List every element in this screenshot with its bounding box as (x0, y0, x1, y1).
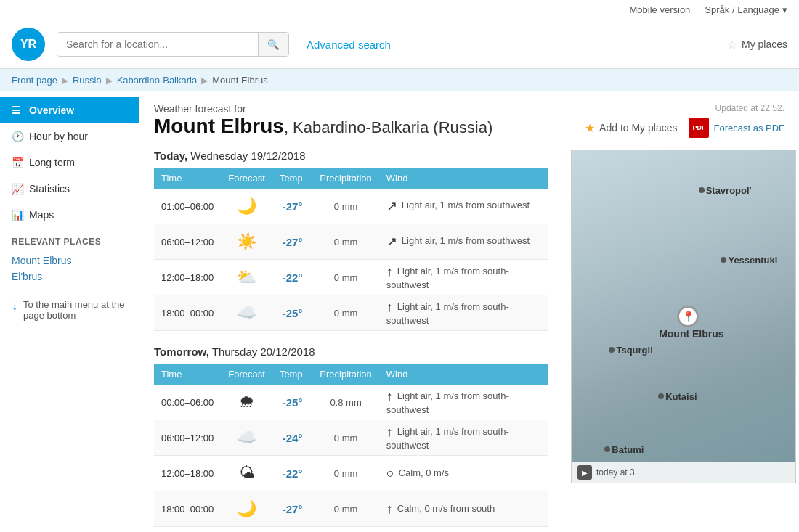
col-temp-t: Temp. (272, 364, 312, 385)
map-container[interactable]: Stavropol'Yessentuki📍Mount ElbrusTsqurgl… (571, 150, 796, 483)
map-dot (721, 257, 726, 263)
today-header: Today, Wednesday 19/12/2018 (154, 150, 548, 162)
temp-cell: -24° (272, 420, 312, 456)
map-location-label: Kutaisi (665, 390, 697, 401)
main-menu-link[interactable]: ↓ To the main menu at the page bottom (0, 287, 139, 332)
col-wind: Wind (379, 168, 548, 189)
wind-arrow-icon: ↑ (386, 300, 393, 315)
breadcrumb-sep-3: ▶ (201, 75, 208, 86)
tomorrow-header: Tomorrow, Thursday 20/12/2018 (154, 345, 548, 358)
wind-cell: ↑Calm, 0 m/s from south (379, 491, 548, 527)
weather-icon: 🌙 (234, 496, 260, 522)
wind-arrow-icon: ↑ (386, 389, 393, 404)
col-time-t: Time (154, 364, 221, 385)
weather-icon: 🌙 (234, 193, 260, 219)
tomorrow-section: Tomorrow, Thursday 20/12/2018 Time Forec… (154, 345, 548, 527)
add-to-places-button[interactable]: ★ Add to My places (585, 121, 677, 135)
map-dot (604, 446, 610, 452)
temp-cell: -27° (272, 189, 312, 224)
col-forecast-t: Forecast (221, 364, 272, 385)
star-icon: ★ (585, 121, 595, 135)
time-cell: 18:00–00:00 (154, 491, 221, 527)
search-button[interactable]: 🔍 (258, 33, 288, 56)
temp-cell: -27° (272, 491, 312, 527)
sidebar-item-maps[interactable]: 📊 Maps (0, 202, 139, 228)
precip-cell: 0 mm (312, 491, 379, 527)
updated-text: Updated at 22:52. (585, 103, 784, 113)
col-time: Time (154, 168, 221, 189)
pdf-icon: PDF (689, 118, 709, 138)
wind-cell: ↗Light air, 1 m/s from southwest (379, 189, 548, 224)
table-row: 18:00–00:00 ☁️ -25° 0 mm ↑Light air, 1 m… (154, 295, 548, 331)
time-cell: 12:00–18:00 (154, 456, 221, 491)
relevant-places-title: RELEVANT PLACES (0, 228, 139, 250)
chevron-down-icon: ▾ (782, 4, 787, 15)
map-dot (658, 393, 664, 399)
precip-cell: 0.8 mm (312, 385, 379, 420)
relevant-link-mount-elbrus[interactable]: Mount Elbrus (12, 253, 127, 269)
sidebar-item-overview[interactable]: ☰ Overview (0, 97, 139, 123)
content-map-row: Today, Wednesday 19/12/2018 Time Forecas… (154, 150, 784, 532)
sidebar-item-long-term[interactable]: 📅 Long term (0, 150, 139, 176)
wind-cell: ○Calm, 0 m/s (379, 456, 548, 491)
temp-cell: -27° (272, 224, 312, 260)
breadcrumb-sep-1: ▶ (62, 75, 68, 86)
time-cell: 12:00–18:00 (154, 260, 221, 295)
my-places-button[interactable]: ☆ My places (727, 38, 787, 52)
temp-cell: -25° (272, 385, 312, 420)
chart-icon: 📈 (12, 183, 23, 195)
forecast-pdf-button[interactable]: PDF Forecast as PDF (689, 118, 784, 138)
col-wind-t: Wind (379, 364, 548, 385)
breadcrumb-current: Mount Elbrus (212, 75, 268, 86)
table-row: 06:00–12:00 ☀️ -27° 0 mm ↗Light air, 1 m… (154, 224, 548, 260)
relevant-links: Mount Elbrus El'brus (0, 250, 139, 287)
table-row: 12:00–18:00 🌤 -22° 0 mm ○Calm, 0 m/s (154, 456, 548, 491)
precip-cell: 0 mm (312, 224, 379, 260)
wind-arrow-icon: ↑ (386, 502, 393, 517)
yr-logo: YR (12, 28, 45, 61)
sidebar-item-hour-by-hour[interactable]: 🕐 Hour by hour (0, 123, 139, 150)
weather-icon: ☀️ (234, 229, 260, 255)
precip-cell: 0 mm (312, 260, 379, 295)
map-bottom-bar: today at 3 (572, 462, 795, 483)
content-area: Weather forecast for Mount Elbrus, Kabar… (139, 91, 799, 532)
advanced-search-link[interactable]: Advanced search (307, 38, 391, 51)
table-row: 18:00–00:00 🌙 -27° 0 mm ↑Calm, 0 m/s fro… (154, 491, 548, 527)
time-cell: 00:00–06:00 (154, 385, 221, 420)
maps-icon: 📊 (12, 209, 23, 221)
calendar-icon: 📅 (12, 157, 23, 168)
language-selector[interactable]: Språk / Language ▾ (705, 4, 787, 15)
mobile-version-link[interactable]: Mobile version (630, 4, 691, 15)
breadcrumb-region[interactable]: Kabardino-Balkaria (117, 75, 198, 86)
time-cell: 06:00–12:00 (154, 420, 221, 456)
col-precip: Precipitation (312, 168, 379, 189)
time-cell: 06:00–12:00 (154, 224, 221, 260)
forecast-cell: 🌨 (221, 385, 272, 420)
breadcrumb-russia[interactable]: Russia (73, 75, 102, 86)
play-button[interactable] (577, 465, 592, 480)
precip-cell: 0 mm (312, 420, 379, 456)
forecast-cell: ☁️ (221, 295, 272, 331)
wind-cell: ↑Light air, 1 m/s from south-southwest (379, 385, 548, 420)
relevant-link-elbrus[interactable]: El'brus (12, 269, 127, 285)
breadcrumb-frontpage[interactable]: Front page (12, 75, 57, 86)
today-section: Today, Wednesday 19/12/2018 Time Forecas… (154, 150, 548, 331)
breadcrumb-sep-2: ▶ (106, 75, 113, 86)
weather-tables: Today, Wednesday 19/12/2018 Time Forecas… (154, 150, 548, 532)
today-table: Time Forecast Temp. Precipitation Wind 0… (154, 168, 548, 331)
temp-cell: -22° (272, 456, 312, 491)
top-bar: Mobile version Språk / Language ▾ (0, 0, 799, 20)
breadcrumb: Front page ▶ Russia ▶ Kabardino-Balkaria… (0, 69, 799, 91)
weather-icon: ⛅ (234, 264, 260, 290)
forecast-cell: ☀️ (221, 224, 272, 260)
map-dot (609, 347, 615, 353)
table-row: 01:00–06:00 🌙 -27° 0 mm ↗Light air, 1 m/… (154, 189, 548, 224)
wind-arrow-icon: ↑ (386, 264, 393, 279)
search-box: 🔍 (57, 32, 289, 57)
temp-cell: -25° (272, 295, 312, 331)
forecast-cell: ☁️ (221, 420, 272, 456)
search-input[interactable] (57, 33, 258, 56)
wind-cell: ↑Light air, 1 m/s from south-southwest (379, 260, 548, 295)
weather-icon: 🌨 (234, 389, 260, 415)
sidebar-item-statistics[interactable]: 📈 Statistics (0, 176, 139, 202)
